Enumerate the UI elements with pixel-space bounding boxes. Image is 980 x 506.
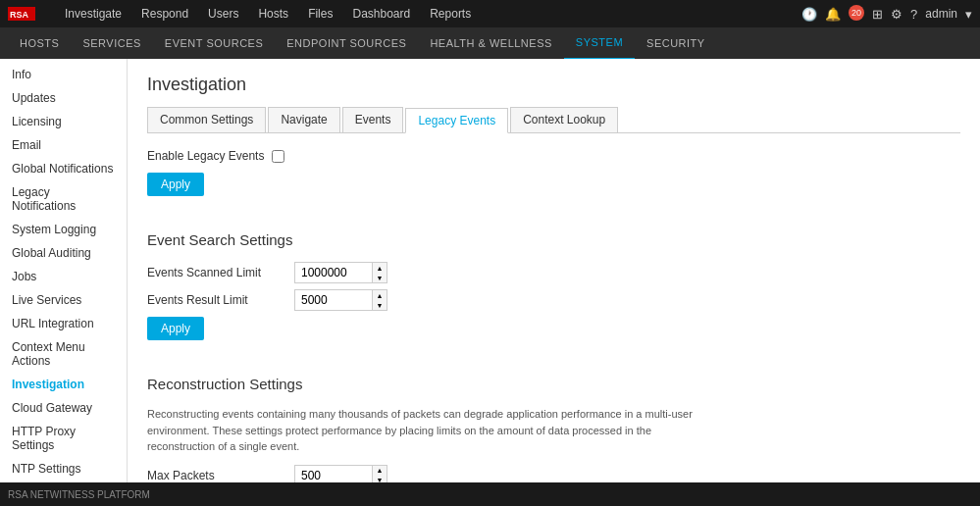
max-packets-input-group: ▲ ▼ <box>294 465 387 483</box>
reconstruction-settings-section: Reconstruction Settings Reconstructing e… <box>147 376 960 482</box>
top-nav-bar: RSA Investigate Respond Users Hosts File… <box>0 0 980 27</box>
sidebar-item-http-proxy-settings[interactable]: HTTP Proxy Settings <box>0 420 127 457</box>
content-area: Investigation Common Settings Navigate E… <box>128 59 980 482</box>
nav-dashboard[interactable]: Dashboard <box>342 0 420 27</box>
clock-icon[interactable]: 🕐 <box>801 7 817 22</box>
tab-navigate[interactable]: Navigate <box>268 107 339 132</box>
events-result-decrement[interactable]: ▼ <box>373 300 387 310</box>
event-search-settings-section: Event Search Settings Events Scanned Lim… <box>147 231 960 356</box>
sidebar-item-context-menu-actions[interactable]: Context Menu Actions <box>0 335 127 373</box>
nav-hosts[interactable]: Hosts <box>248 0 298 27</box>
events-scanned-input[interactable] <box>294 262 373 283</box>
sidebar-item-updates[interactable]: Updates <box>0 86 127 110</box>
event-search-title: Event Search Settings <box>147 231 960 252</box>
nav-reports[interactable]: Reports <box>420 0 481 27</box>
sidebar-item-cloud-gateway[interactable]: Cloud Gateway <box>0 396 127 420</box>
enable-legacy-events-label: Enable Legacy Events <box>147 149 264 163</box>
events-result-increment[interactable]: ▲ <box>373 290 387 300</box>
grid-icon[interactable]: ⊞ <box>872 7 883 22</box>
sidebar-item-global-notifications[interactable]: Global Notifications <box>0 157 127 180</box>
reconstruction-title: Reconstruction Settings <box>147 376 960 396</box>
sidebar-item-email[interactable]: Email <box>0 133 127 157</box>
second-nav-health-wellness[interactable]: HEALTH & WELLNESS <box>418 27 563 59</box>
max-packets-spinner: ▲ ▼ <box>373 465 387 483</box>
events-result-input[interactable] <box>294 289 373 311</box>
notification-icon[interactable]: 🔔 <box>825 7 841 22</box>
sidebar-item-legacy-notifications[interactable]: Legacy Notifications <box>0 180 127 218</box>
sidebar-item-global-auditing[interactable]: Global Auditing <box>0 241 127 265</box>
second-nav-services[interactable]: SERVICES <box>71 27 152 59</box>
enable-legacy-events-checkbox[interactable] <box>272 150 284 163</box>
rsa-logo: RSA <box>8 7 39 21</box>
second-nav-hosts[interactable]: HOSTS <box>8 27 71 59</box>
svg-text:RSA: RSA <box>10 10 29 20</box>
bottom-logo: RSA NETWITNESS PLATFORM <box>8 489 150 500</box>
max-packets-increment[interactable]: ▲ <box>373 466 387 476</box>
events-result-label: Events Result Limit <box>147 293 294 307</box>
main-layout: Info Updates Licensing Email Global Noti… <box>0 59 980 482</box>
tab-legacy-events[interactable]: Legacy Events <box>405 108 508 133</box>
nav-files[interactable]: Files <box>298 0 342 27</box>
second-nav-system[interactable]: SYSTEM <box>564 26 635 60</box>
admin-menu[interactable]: admin <box>925 7 957 21</box>
admin-chevron-icon[interactable]: ▾ <box>965 7 972 22</box>
nav-respond[interactable]: Respond <box>131 0 198 27</box>
apply-button-1[interactable]: Apply <box>147 173 204 196</box>
reconstruction-desc: Reconstructing events containing many th… <box>147 406 716 455</box>
max-packets-label: Max Packets <box>147 469 294 482</box>
sidebar-item-url-integration[interactable]: URL Integration <box>0 312 127 335</box>
events-scanned-spinner: ▲ ▼ <box>373 262 387 283</box>
sidebar-item-live-services[interactable]: Live Services <box>0 288 127 312</box>
apply-button-2[interactable]: Apply <box>147 317 204 340</box>
events-scanned-decrement[interactable]: ▼ <box>373 273 387 282</box>
sidebar-item-ntp-settings[interactable]: NTP Settings <box>0 457 127 481</box>
enable-legacy-events-section: Enable Legacy Events Apply <box>147 149 960 212</box>
sidebar-item-licensing[interactable]: Licensing <box>0 110 127 133</box>
events-scanned-increment[interactable]: ▲ <box>373 263 387 273</box>
sidebar: Info Updates Licensing Email Global Noti… <box>0 59 128 482</box>
help-icon[interactable]: ? <box>910 7 917 22</box>
events-scanned-label: Events Scanned Limit <box>147 266 294 279</box>
second-nav-security[interactable]: SECURITY <box>635 27 717 59</box>
top-nav-right: 🕐 🔔 20 ⊞ ⚙ ? admin ▾ <box>801 6 972 22</box>
bottom-bar: RSA NETWITNESS PLATFORM <box>0 482 980 506</box>
second-nav-endpoint-sources[interactable]: ENDPOINT SOURCES <box>275 27 418 59</box>
tab-events[interactable]: Events <box>342 107 404 132</box>
enable-legacy-events-row: Enable Legacy Events <box>147 149 960 163</box>
max-packets-decrement[interactable]: ▼ <box>373 476 387 483</box>
notification-badge: 20 <box>849 5 864 21</box>
sidebar-item-investigation[interactable]: Investigation <box>0 373 127 396</box>
nav-investigate[interactable]: Investigate <box>55 0 131 27</box>
top-nav-items: Investigate Respond Users Hosts Files Da… <box>55 0 801 27</box>
settings-icon[interactable]: ⚙ <box>891 7 903 22</box>
second-nav-bar: HOSTS SERVICES EVENT SOURCES ENDPOINT SO… <box>0 27 980 59</box>
events-result-spinner: ▲ ▼ <box>373 289 387 311</box>
tab-context-lookup[interactable]: Context Lookup <box>510 107 618 132</box>
tab-bar: Common Settings Navigate Events Legacy E… <box>147 107 960 133</box>
sidebar-item-jobs[interactable]: Jobs <box>0 265 127 288</box>
max-packets-input[interactable] <box>294 465 373 483</box>
second-nav-event-sources[interactable]: EVENT SOURCES <box>153 27 275 59</box>
events-result-input-group: ▲ ▼ <box>294 289 387 311</box>
events-result-row: Events Result Limit ▲ ▼ <box>147 289 960 311</box>
sidebar-item-system-logging[interactable]: System Logging <box>0 218 127 241</box>
events-scanned-input-group: ▲ ▼ <box>294 262 387 283</box>
nav-users[interactable]: Users <box>198 0 248 27</box>
tab-common-settings[interactable]: Common Settings <box>147 107 266 132</box>
max-packets-row: Max Packets ▲ ▼ <box>147 465 960 483</box>
sidebar-item-info[interactable]: Info <box>0 63 127 86</box>
page-title: Investigation <box>147 75 960 95</box>
events-scanned-row: Events Scanned Limit ▲ ▼ <box>147 262 960 283</box>
